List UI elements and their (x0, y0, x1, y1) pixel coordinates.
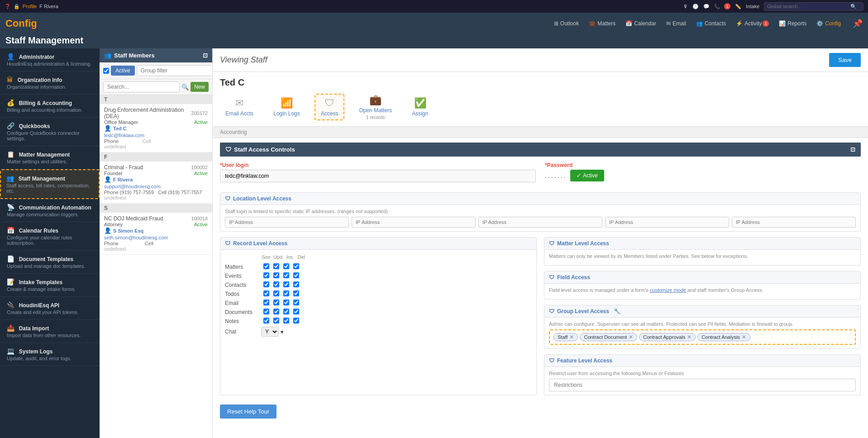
clock-icon[interactable]: 🕐 (692, 4, 699, 10)
todos-ins[interactable] (283, 290, 289, 296)
list-item[interactable]: NC DOJ Medicaid Fraud 100014 Attorney Ac… (100, 213, 212, 255)
sidebar-item-api[interactable]: 🔌 HoudiniEsq API Create and edit your AP… (0, 297, 100, 320)
nav-matters[interactable]: 💼 Matters (584, 18, 620, 29)
ip-input-2[interactable] (352, 217, 476, 228)
staff-email-link-s[interactable]: seth.simon@houdiniesg.com (104, 235, 168, 240)
tag-contract-approvals-remove[interactable]: ✕ (687, 334, 692, 340)
todos-see[interactable] (263, 290, 269, 296)
sidebar-item-comm-auto[interactable]: 📡 Communication Automation Manage commun… (0, 199, 100, 222)
tag-staff-remove[interactable]: ✕ (569, 334, 574, 340)
sidebar-item-calendar-rules[interactable]: 📅 Calendar Rules Configure your calendar… (0, 222, 100, 251)
email-ins[interactable] (283, 300, 289, 305)
chat-icon[interactable]: 💬 (703, 4, 710, 10)
active-status-button[interactable]: ✓ Active (570, 170, 604, 181)
staff-name-link-f[interactable]: 👤 F Rivera (104, 176, 208, 183)
tab-open-matters[interactable]: 💼 Open Matters 1 records (353, 91, 397, 123)
events-ins[interactable] (283, 272, 289, 278)
docs-ins[interactable] (283, 309, 289, 314)
new-staff-button[interactable]: New (191, 82, 209, 92)
tab-access[interactable]: 🛡 Access (315, 94, 345, 120)
contacts-del[interactable] (293, 281, 299, 287)
save-button[interactable]: Save (829, 53, 861, 67)
tab-assign[interactable]: ✅ Assign (406, 95, 434, 119)
global-search-box[interactable]: 🔍 (764, 2, 863, 11)
notes-see[interactable] (263, 318, 269, 324)
notes-del[interactable] (293, 318, 299, 324)
staff-link-f[interactable]: F Rivera (113, 177, 133, 182)
edit-icon[interactable]: ✏️ (735, 4, 741, 10)
docs-see[interactable] (263, 309, 269, 314)
user-login-input[interactable] (220, 170, 536, 182)
nav-contacts[interactable]: 👥 Contacts (692, 18, 730, 29)
ip-input-5[interactable] (732, 217, 856, 228)
todos-del[interactable] (293, 290, 299, 296)
tab-email-accts[interactable]: ✉ Email Accts (220, 95, 259, 119)
email-del[interactable] (293, 300, 299, 305)
pin-icon[interactable]: 📌 (853, 19, 863, 28)
tag-contract-doc-remove[interactable]: ✕ (629, 334, 633, 340)
docs-del[interactable] (293, 309, 299, 314)
ip-input-3[interactable] (478, 217, 602, 228)
nav-activity[interactable]: ⚡ Activity 1 (731, 18, 773, 29)
sidebar-item-doc-templates[interactable]: 📄 Document Templates Upload and manage d… (0, 251, 100, 274)
nav-calendar[interactable]: 📅 Calendar (621, 18, 661, 29)
matters-upd[interactable] (273, 263, 279, 269)
customize-mode-link[interactable]: customize mode (650, 287, 686, 293)
sidebar-item-system-logs[interactable]: 💻 System Logs Update, audit, and error l… (0, 343, 100, 366)
global-search-input[interactable] (767, 4, 849, 9)
nav-reports[interactable]: 📊 Reports (774, 18, 811, 29)
tag-contract-analysis-remove[interactable]: ✕ (742, 334, 746, 340)
staff-email-link-f[interactable]: support@houdiniesg.com (104, 184, 161, 189)
sidebar-item-quickbooks[interactable]: 🔗 Quickbooks Configure QuickBooks connec… (0, 118, 100, 146)
phone-icon[interactable]: 📞 (714, 4, 720, 10)
restrictions-input[interactable] (549, 379, 856, 391)
group-filter-input[interactable] (137, 65, 213, 76)
chat-select[interactable]: Y N (261, 327, 279, 337)
tab-login-logs[interactable]: 📶 Login Logs (268, 95, 305, 119)
events-upd[interactable] (273, 272, 279, 278)
contacts-ins[interactable] (283, 281, 289, 287)
expand-controls-icon[interactable]: ⊡ (850, 146, 855, 153)
nav-email[interactable]: ✉ Email (662, 18, 691, 29)
intake-label[interactable]: Intake (746, 4, 759, 9)
ip-input-4[interactable] (605, 217, 729, 228)
sidebar-item-billing[interactable]: 💰 Billing & Accounting Billing and accou… (0, 95, 100, 118)
notes-upd[interactable] (273, 318, 279, 324)
active-button[interactable]: Active (111, 66, 135, 76)
nav-config[interactable]: ⚙️ Config (812, 18, 845, 29)
group-tags-container[interactable]: Staff ✕ Contract Document ✕ Contract App… (549, 329, 856, 345)
list-item[interactable]: Criminal - Fraud 100002 Founder Active 👤… (100, 162, 212, 204)
sidebar-item-data-import[interactable]: 📥 Data Import Import data from other res… (0, 320, 100, 343)
sidebar-item-org-info[interactable]: 🏛 Organization Info Organizational infor… (0, 71, 100, 95)
list-item[interactable]: Drug Enforcement Administration (DEA) 20… (100, 104, 212, 152)
staff-search-input[interactable] (103, 81, 180, 92)
staff-name-link[interactable]: 👤 Ted C (104, 125, 208, 132)
todos-upd[interactable] (273, 290, 279, 296)
email-upd[interactable] (273, 300, 279, 305)
ip-input-1[interactable] (225, 217, 349, 228)
matters-del[interactable] (293, 263, 299, 269)
contacts-upd[interactable] (273, 281, 279, 287)
staff-name-link-s[interactable]: 👤 S Simon Esq (104, 227, 208, 234)
staff-link-s[interactable]: S Simon Esq (113, 228, 143, 233)
docs-upd[interactable] (273, 309, 279, 314)
reset-help-tour-button[interactable]: Reset Help Tour (220, 405, 277, 419)
email-see[interactable] (263, 300, 269, 305)
active-checkbox[interactable] (103, 68, 109, 74)
matters-ins[interactable] (283, 263, 289, 269)
search-submit-icon[interactable]: 🔍 (181, 84, 189, 90)
nav-outlook[interactable]: ⊞ Outlook (549, 18, 583, 29)
sidebar-item-staff-mgmt[interactable]: 👥 Staff Management Staff access, bill ra… (0, 169, 100, 199)
staff-link[interactable]: Ted C (113, 126, 127, 131)
matters-see[interactable] (263, 263, 269, 269)
staff-email-link[interactable]: tedc@finklaw.com (104, 133, 144, 138)
profile-link[interactable]: Profile (23, 4, 37, 9)
events-del[interactable] (293, 272, 299, 278)
events-see[interactable] (263, 272, 269, 278)
sidebar-item-administrator[interactable]: 👤 Administrator HoudiniEsq administratio… (0, 48, 100, 71)
expand-icon[interactable]: ⊡ (203, 52, 208, 59)
sidebar-item-matter-mgmt[interactable]: 📋 Matter Management Matter settings and … (0, 146, 100, 169)
contacts-see[interactable] (263, 281, 269, 287)
microphone-icon[interactable]: 🎙 (683, 4, 688, 9)
notes-ins[interactable] (283, 318, 289, 324)
